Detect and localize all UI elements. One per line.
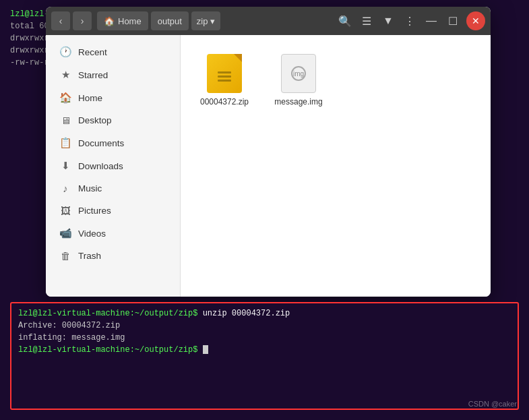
downloads-icon: ⬇ [59,160,71,172]
img-file-icon: img [281,54,316,93]
search-button[interactable]: 🔍 [336,11,354,30]
title-bar: ‹ › 🏠 Home output zip ▾ 🔍 ☰ ▼ ⋮ — [46,7,491,35]
sidebar-item-documents[interactable]: 📋 Documents [49,131,177,154]
sidebar-item-label-recent: Recent [78,47,107,57]
sidebar-item-label-pictures: Pictures [78,206,111,216]
output-breadcrumb[interactable]: output [151,11,189,30]
zip-file-icon [207,54,242,93]
sidebar-item-videos[interactable]: 📹 Videos [49,222,177,245]
zip-line-2 [218,76,231,78]
dropdown-arrow-icon: ▾ [210,16,215,26]
sidebar-item-recent[interactable]: 🕐 Recent [49,40,177,63]
minimize-icon: — [426,15,437,27]
sidebar-item-label-music: Music [78,183,102,193]
cursor [203,345,208,354]
terminal-prompt-1: lzl@lzl-virtual-machine:~/output/zip$ [18,309,197,318]
sidebar-item-label-documents: Documents [78,138,124,148]
img-circle-icon: img [291,66,306,81]
trash-icon: 🗑 [59,250,71,262]
terminal-prompt-2: lzl@lzl-virtual-machine:~/output/zip$ [18,345,197,355]
zip-file-name: 00004372.zip [200,97,249,107]
zip-lines [218,71,231,82]
recent-icon: 🕐 [59,46,71,58]
sidebar-item-label-desktop: Desktop [78,115,112,125]
zip-line-3 [218,80,231,82]
terminal-archive-line: Archive: 00004372.zip [18,321,120,330]
home-sidebar-icon: 🏠 [59,92,71,104]
sidebar-item-label-downloads: Downloads [78,161,123,171]
list-view-button[interactable]: ☰ [357,11,376,30]
sidebar-item-trash[interactable]: 🗑 Trash [49,245,177,267]
sidebar-item-music[interactable]: ♪ Music [49,177,177,200]
minimize-button[interactable]: — [422,11,441,30]
starred-icon: ★ [59,69,71,81]
maximize-button[interactable]: ☐ [443,11,462,30]
file-area: 00004372.zip img message.img [181,35,491,297]
sidebar-item-downloads[interactable]: ⬇ Downloads [49,154,177,177]
documents-icon: 📋 [59,137,71,149]
forward-icon: › [81,16,84,26]
sidebar-item-label-home: Home [78,93,102,103]
menu-icon: ⋮ [404,15,415,28]
sidebar: 🕐 Recent ★ Starred 🏠 Home 🖥 Desktop 📋 Do… [46,35,181,297]
sidebar-item-pictures[interactable]: 🖼 Pictures [49,200,177,222]
sidebar-item-desktop[interactable]: 🖥 Desktop [49,109,177,131]
file-item-zip[interactable]: 00004372.zip [194,49,255,112]
view-options-icon: ▼ [383,15,394,27]
view-options-button[interactable]: ▼ [379,11,398,30]
sidebar-item-label-trash: Trash [78,251,101,261]
close-icon: ✕ [472,16,480,26]
sidebar-item-label-starred: Starred [78,70,108,80]
videos-icon: 📹 [59,227,71,239]
pictures-icon: 🖼 [59,205,71,216]
music-icon: ♪ [59,183,71,194]
menu-button[interactable]: ⋮ [400,11,419,30]
sidebar-item-home[interactable]: 🏠 Home [49,86,177,109]
file-manager-body: 🕐 Recent ★ Starred 🏠 Home 🖥 Desktop 📋 Do… [46,35,491,297]
img-file-name: message.img [274,97,322,107]
zip-line-1 [218,71,231,73]
watermark: CSDN @caker [468,400,517,408]
forward-button[interactable]: › [73,11,92,30]
file-item-img[interactable]: img message.img [268,49,329,112]
search-icon: 🔍 [338,15,352,28]
zip-breadcrumb[interactable]: zip ▾ [191,11,221,30]
home-label: Home [118,16,142,26]
home-breadcrumb[interactable]: 🏠 Home [97,11,148,30]
home-icon: 🏠 [104,16,115,26]
desktop-icon: 🖥 [59,115,71,126]
back-button[interactable]: ‹ [51,11,70,30]
sidebar-item-starred[interactable]: ★ Starred [49,63,177,86]
terminal-output-box: lzl@lzl-virtual-machine:~/output/zip$ un… [10,302,519,410]
sidebar-item-label-videos: Videos [78,229,106,239]
close-button[interactable]: ✕ [466,11,485,30]
maximize-icon: ☐ [448,15,458,28]
file-manager-window: ‹ › 🏠 Home output zip ▾ 🔍 ☰ ▼ ⋮ — [46,7,491,297]
list-icon: ☰ [362,15,371,28]
back-icon: ‹ [59,16,63,26]
terminal-inflating-line: inflating: message.img [18,333,125,342]
